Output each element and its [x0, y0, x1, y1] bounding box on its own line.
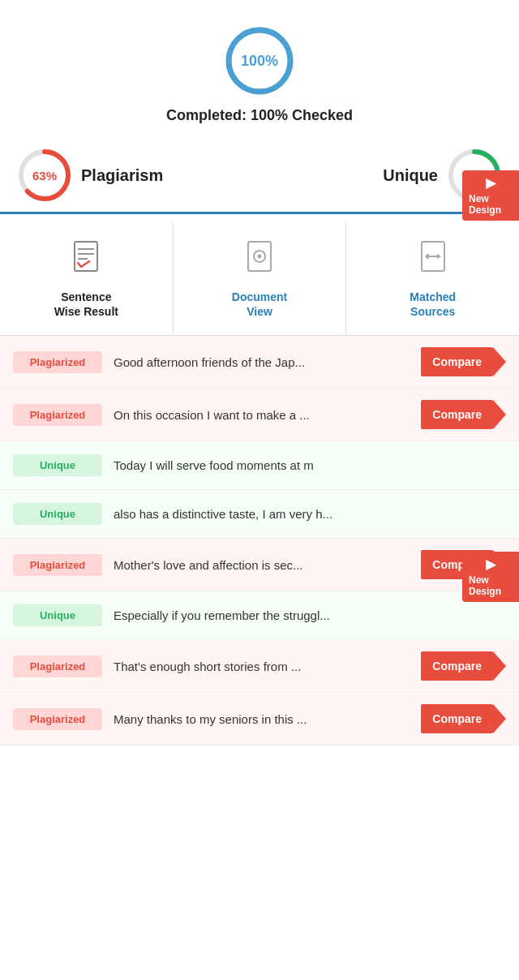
result-text: Today I will serve food moments at m	[114, 458, 506, 472]
compare-button[interactable]: Compare	[421, 651, 493, 681]
svg-rect-6	[75, 242, 97, 271]
result-text: That's enough short stories from ...	[114, 660, 421, 673]
completed-text: Completed: 100% Checked	[166, 107, 353, 124]
compare-arrow-icon	[493, 651, 506, 681]
result-row: PlagiarizedOn this occasion I want to ma…	[0, 389, 519, 441]
view-options-row: SentenceWise Result DocumentView Matched…	[0, 222, 519, 336]
compare-button-wrap[interactable]: Compare	[421, 400, 506, 429]
result-row: PlagiarizedMother's love and affection i…	[0, 539, 519, 591]
compare-button-wrap[interactable]: Compare	[421, 704, 506, 733]
result-text: On this occasion I want to make a ...	[114, 408, 421, 422]
result-row: Uniquealso has a distinctive taste, I am…	[0, 490, 519, 539]
new-design-badge-2[interactable]: ▶ New Design	[462, 552, 519, 602]
main-progress-circle: 100%	[223, 24, 296, 97]
new-design-badge-1[interactable]: ▶ New Design	[462, 170, 519, 221]
result-row: UniqueEspecially if you remember the str…	[0, 591, 519, 640]
svg-marker-16	[437, 254, 441, 259]
result-text: also has a distinctive taste, I am very …	[114, 507, 506, 521]
document-view-label: DocumentView	[232, 290, 287, 319]
youtube-icon-2: ▶	[486, 557, 495, 572]
svg-point-12	[258, 255, 262, 259]
result-row: PlagiarizedMany thanks to my seniors in …	[0, 693, 519, 746]
compare-arrow-icon	[493, 347, 506, 376]
compare-button-wrap[interactable]: Compare	[421, 347, 506, 376]
sentence-wise-label: SentenceWise Result	[54, 290, 118, 319]
view-sentence-wise[interactable]: SentenceWise Result	[0, 222, 174, 335]
document-view-icon	[242, 239, 277, 282]
compare-button-wrap[interactable]: Compare	[421, 651, 506, 681]
compare-arrow-icon	[493, 704, 506, 733]
view-matched-sources[interactable]: MatchedSources	[346, 222, 519, 335]
compare-button[interactable]: Compare	[421, 400, 493, 429]
status-badge: Plagiarized	[13, 404, 102, 426]
status-badge: Plagiarized	[13, 708, 102, 730]
status-badge: Unique	[13, 604, 102, 626]
status-badge: Unique	[13, 503, 102, 525]
status-badge: Plagiarized	[13, 554, 102, 576]
stats-row: 63% Plagiarism 37% Unique	[0, 147, 519, 204]
plagiarism-stat: 63% Plagiarism	[16, 147, 163, 204]
compare-button[interactable]: Compare	[421, 704, 493, 733]
view-document[interactable]: DocumentView	[174, 222, 347, 335]
result-row: UniqueToday I will serve food moments at…	[0, 441, 519, 490]
header-section: 100% Completed: 100% Checked	[0, 0, 519, 147]
status-badge: Plagiarized	[13, 655, 102, 677]
plagiarism-label: Plagiarism	[81, 166, 163, 185]
compare-arrow-icon	[493, 400, 506, 429]
result-text: Many thanks to my seniors in this ...	[114, 712, 421, 726]
separator-line	[0, 212, 519, 214]
plagiarism-percent: 63%	[32, 169, 57, 183]
result-row: PlagiarizedThat's enough short stories f…	[0, 640, 519, 693]
main-percent-label: 100%	[241, 53, 278, 70]
sentence-wise-icon	[68, 239, 104, 282]
unique-label: Unique	[383, 166, 438, 185]
result-list: PlagiarizedGood afternoon friends of the…	[0, 336, 519, 746]
result-text: Mother's love and affection is sec...	[114, 558, 421, 572]
result-row: PlagiarizedGood afternoon friends of the…	[0, 336, 519, 389]
result-text: Especially if you remember the struggl..…	[114, 608, 506, 622]
new-design-label-2: New Design	[469, 574, 513, 597]
youtube-icon-1: ▶	[486, 175, 495, 191]
status-badge: Unique	[13, 454, 102, 476]
plagiarism-circle: 63%	[16, 147, 73, 204]
result-text: Good afternoon friends of the Jap...	[114, 355, 421, 369]
matched-sources-icon	[415, 239, 451, 282]
new-design-label-1: New Design	[469, 193, 513, 216]
compare-button[interactable]: Compare	[421, 347, 493, 376]
status-badge: Plagiarized	[13, 351, 102, 373]
matched-sources-label: MatchedSources	[410, 290, 456, 319]
